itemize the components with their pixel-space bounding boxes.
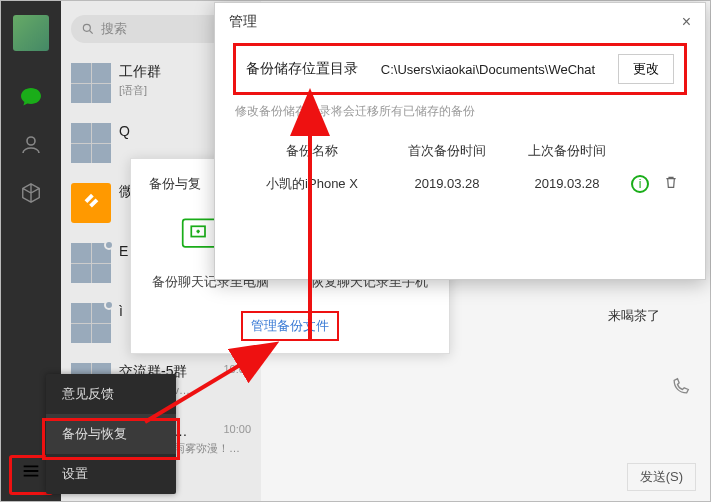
- manage-dialog: 管理 × 备份储存位置目录 C:\Users\xiaokai\Documents…: [214, 2, 706, 280]
- chat-avatar: [71, 123, 111, 163]
- svg-point-0: [83, 24, 90, 31]
- phone-icon[interactable]: [670, 377, 690, 401]
- send-button[interactable]: 发送(S): [627, 463, 696, 491]
- storage-path-row: 备份储存位置目录 C:\Users\xiaokai\Documents\WeCh…: [233, 43, 687, 95]
- col-last: 上次备份时间: [507, 142, 627, 160]
- contacts-icon[interactable]: [17, 131, 45, 159]
- hamburger-menu-icon[interactable]: [13, 453, 49, 489]
- user-avatar[interactable]: [13, 15, 49, 51]
- dialog-title: 管理: [229, 13, 257, 31]
- table-header: 备份名称 首次备份时间 上次备份时间: [233, 136, 687, 166]
- info-icon[interactable]: i: [631, 175, 649, 193]
- chat-avatar: [71, 303, 111, 343]
- search-placeholder: 搜索: [101, 20, 127, 38]
- chat-avatar: [71, 243, 111, 283]
- trash-icon[interactable]: [663, 174, 679, 193]
- cube-icon[interactable]: [17, 179, 45, 207]
- hint-text: 修改备份储存目录将会迁移所有已储存的备份: [235, 103, 685, 120]
- chat-time: 10:05: [223, 363, 251, 381]
- chat-icon[interactable]: [17, 83, 45, 111]
- last-backup-time: 2019.03.28: [507, 176, 627, 191]
- menu-settings[interactable]: 设置: [46, 454, 176, 494]
- col-first: 首次备份时间: [387, 142, 507, 160]
- chat-avatar: [71, 63, 111, 103]
- table-row: 小凯的iPhone X 2019.03.28 2019.03.28 i: [233, 166, 687, 201]
- change-button[interactable]: 更改: [618, 54, 674, 84]
- sidebar-context-menu: 意见反馈 备份与恢复 设置: [46, 374, 176, 494]
- message-text: 来喝茶了: [608, 307, 660, 325]
- manage-backup-link[interactable]: 管理备份文件: [247, 315, 333, 337]
- path-label: 备份储存位置目录: [246, 60, 358, 78]
- chat-time: 10:00: [223, 423, 251, 439]
- col-name: 备份名称: [237, 142, 387, 160]
- path-value: C:\Users\xiaokai\Documents\WeChat: [368, 62, 608, 77]
- close-icon[interactable]: ×: [682, 13, 691, 31]
- menu-backup-restore[interactable]: 备份与恢复: [46, 414, 176, 454]
- chat-avatar: [71, 183, 111, 223]
- first-backup-time: 2019.03.28: [387, 176, 507, 191]
- backup-name: 小凯的iPhone X: [237, 175, 387, 193]
- menu-feedback[interactable]: 意见反馈: [46, 374, 176, 414]
